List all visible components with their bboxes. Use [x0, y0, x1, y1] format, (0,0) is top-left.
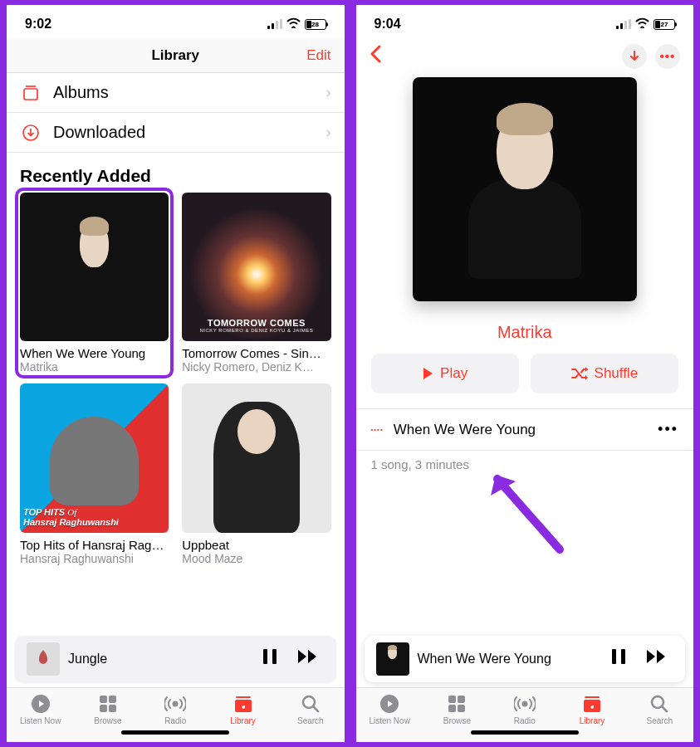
phone-library: 9:02 28 Library Edit Albums › Downloaded… — [3, 3, 348, 744]
song-more-button[interactable]: ••• — [658, 421, 678, 438]
pause-button[interactable] — [605, 647, 632, 671]
play-circle-icon — [379, 693, 399, 715]
svg-rect-2 — [263, 649, 267, 664]
svg-point-9 — [174, 702, 178, 706]
chevron-right-icon: › — [326, 124, 331, 141]
svg-point-19 — [522, 702, 526, 706]
song-row[interactable]: •••• When We Were Young ••• — [356, 408, 694, 450]
play-circle-icon — [31, 693, 51, 715]
album-artist: Matrika — [20, 360, 169, 374]
album-title: Uppbeat — [182, 538, 330, 552]
library-icon — [233, 693, 253, 715]
tab-radio[interactable]: Radio — [491, 693, 558, 725]
album-artwork: TOP HITS OfHansraj Raghuwanshi — [20, 383, 169, 532]
svg-rect-5 — [100, 696, 107, 703]
battery-icon: 27 — [653, 19, 675, 30]
artist-name[interactable]: Matrika — [356, 323, 694, 342]
radio-icon — [164, 693, 186, 715]
svg-rect-8 — [109, 705, 116, 712]
tab-library[interactable]: Library — [558, 693, 625, 725]
cellular-icon — [616, 19, 631, 29]
svg-rect-13 — [621, 649, 625, 664]
album-artwork: TOMORROW COMESNICKY ROMERO & DENIZ KOYU … — [182, 193, 330, 341]
more-button[interactable]: ••• — [655, 44, 680, 69]
mini-player-title: When We Were Young — [418, 652, 598, 666]
tab-listen-now[interactable]: Listen Now — [356, 693, 423, 725]
svg-rect-16 — [458, 696, 465, 703]
section-header: Recently Added — [7, 153, 345, 193]
library-icon — [582, 693, 602, 715]
svg-rect-15 — [448, 696, 456, 703]
mini-player[interactable]: Jungle — [15, 636, 336, 682]
back-button[interactable] — [370, 43, 383, 69]
mini-player-title: Jungle — [68, 652, 248, 666]
explicit-icon: •••• — [371, 426, 384, 433]
mini-player-artwork — [376, 642, 409, 676]
nav-header: ••• — [356, 38, 694, 77]
tab-search[interactable]: Search — [277, 693, 344, 725]
phone-album: 9:04 27 ••• Matrika Play Shuffle — [353, 3, 698, 744]
row-label: Albums — [53, 83, 315, 102]
album-artwork — [20, 193, 169, 341]
song-title: When We Were Young — [394, 422, 648, 438]
row-label: Downloaded — [53, 123, 315, 142]
chevron-right-icon: › — [326, 84, 331, 101]
album-title: Top Hits of Hansraj Rag… — [20, 538, 169, 552]
next-button[interactable] — [640, 648, 673, 670]
status-right: 27 — [616, 17, 675, 31]
album-card[interactable]: Uppbeat Mood Maze — [182, 383, 330, 564]
album-title: Tomorrow Comes - Sin… — [182, 346, 330, 360]
svg-rect-3 — [272, 649, 277, 664]
album-card[interactable]: TOMORROW COMESNICKY ROMERO & DENIZ KOYU … — [182, 193, 330, 374]
grid-icon — [448, 693, 466, 715]
download-button[interactable] — [622, 44, 647, 69]
play-button[interactable]: Play — [371, 354, 519, 393]
status-right: 28 — [267, 17, 326, 31]
album-title: When We Were Young — [20, 346, 169, 360]
album-artist: Mood Maze — [182, 552, 330, 565]
status-time: 9:04 — [374, 17, 401, 32]
cellular-icon — [267, 19, 282, 29]
album-card[interactable]: When We Were Young Matrika — [15, 188, 174, 378]
svg-rect-18 — [458, 705, 465, 712]
tab-radio[interactable]: Radio — [142, 693, 209, 725]
tab-bar: Listen Now Browse Radio Library Search — [7, 687, 345, 727]
tab-library[interactable]: Library — [209, 693, 277, 725]
recently-added-grid: When We Were Young Matrika TOMORROW COME… — [7, 193, 345, 565]
wifi-icon — [286, 17, 301, 31]
nav-header: Library Edit — [7, 38, 345, 73]
svg-rect-12 — [612, 649, 616, 664]
search-icon — [301, 693, 320, 715]
svg-rect-17 — [448, 705, 456, 712]
status-bar: 9:04 27 — [356, 5, 694, 38]
svg-rect-7 — [100, 705, 107, 712]
edit-button[interactable]: Edit — [306, 47, 330, 64]
svg-rect-6 — [109, 696, 116, 703]
mini-player-artwork — [27, 642, 60, 676]
status-bar: 9:02 28 — [7, 5, 345, 38]
tab-bar: Listen Now Browse Radio Library Search — [356, 687, 694, 727]
page-title: Library — [151, 47, 199, 64]
download-icon — [20, 124, 42, 142]
album-artist: Hansraj Raghuwanshi — [20, 552, 169, 565]
album-card[interactable]: TOP HITS OfHansraj Raghuwanshi Top Hits … — [20, 383, 169, 564]
tab-listen-now[interactable]: Listen Now — [7, 693, 74, 725]
shuffle-button[interactable]: Shuffle — [531, 354, 678, 393]
row-downloaded[interactable]: Downloaded › — [7, 113, 345, 153]
home-indicator[interactable] — [7, 727, 345, 742]
home-indicator[interactable] — [356, 727, 694, 742]
row-albums[interactable]: Albums › — [7, 73, 345, 113]
next-button[interactable] — [291, 648, 325, 670]
shuffle-icon — [571, 367, 588, 380]
status-time: 9:02 — [25, 17, 51, 32]
tab-browse[interactable]: Browse — [74, 693, 141, 725]
tab-browse[interactable]: Browse — [423, 693, 491, 725]
play-icon — [422, 367, 433, 380]
album-artwork-large — [413, 77, 637, 301]
album-artist: Nicky Romero, Deniz K… — [182, 360, 330, 374]
mini-player[interactable]: When We Were Young — [365, 636, 686, 682]
tab-search[interactable]: Search — [626, 693, 693, 725]
battery-icon: 28 — [305, 19, 326, 30]
pause-button[interactable] — [257, 647, 283, 671]
wifi-icon — [635, 17, 649, 31]
